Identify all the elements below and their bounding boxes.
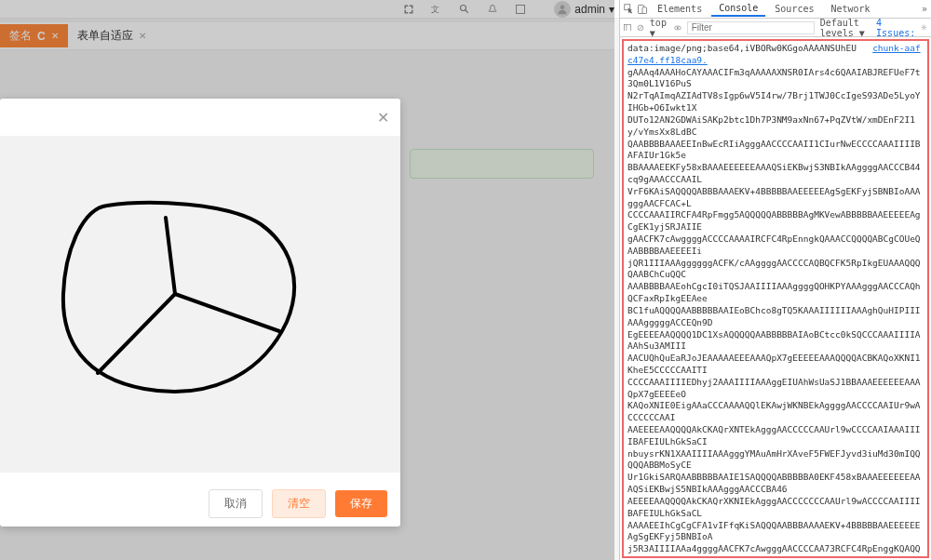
- signature-drawing: [56, 192, 307, 406]
- modal-footer: 取消 清空 保存: [0, 480, 400, 527]
- devtools-tabs: Elements Console Sources Network »: [620, 0, 931, 19]
- clear-button[interactable]: 清空: [272, 489, 326, 518]
- tab-console[interactable]: Console: [711, 1, 765, 17]
- inspect-icon[interactable]: [624, 4, 635, 15]
- console-line: CCCCAAAIIIIEDhyj2AAAIIIIAAAggEIUAhWsUaSJ…: [627, 377, 924, 401]
- signature-canvas[interactable]: [0, 136, 400, 473]
- log-levels-selector[interactable]: Default levels ▼: [820, 18, 870, 38]
- issues-link[interactable]: 4 Issues:: [876, 18, 915, 38]
- console-toolbar: top ▼ Default levels ▼ 4 Issues:: [620, 19, 931, 37]
- console-line: j5R3AIIIIAAa4ggggAACFK7cAwgggAACCCCAA73R…: [627, 543, 924, 558]
- svg-rect-8: [625, 24, 631, 31]
- settings-gear-icon[interactable]: [921, 22, 927, 33]
- svg-rect-7: [642, 7, 647, 13]
- more-tabs-icon[interactable]: »: [922, 4, 927, 14]
- console-line: data:image/png;base64,iVBORw0KGgoAAAANSU…: [627, 43, 924, 67]
- svg-line-11: [639, 26, 641, 29]
- console-line: N2rTqAImqAZIAdTV8sIgp6wV5I4rw/7Brj1TWJ0C…: [627, 90, 924, 114]
- console-line: AAAAEEIhCgCgCFA1vIFfqKiSAQQQAABBBAAAAEKV…: [627, 520, 924, 544]
- context-selector[interactable]: top ▼: [650, 18, 668, 38]
- svg-point-13: [677, 27, 679, 29]
- console-line: AAABBBBAAEohCgcI0iTQSJAAIIIIAAAggggQOHKP…: [627, 281, 924, 305]
- eye-icon[interactable]: [674, 22, 681, 33]
- tab-sources[interactable]: Sources: [767, 2, 821, 16]
- console-line: KAQoXNIE0EigAAaCCCAAAAQQlEKAwjWKNBEkAggg…: [627, 400, 924, 424]
- close-icon[interactable]: ✕: [377, 109, 389, 127]
- console-line: EgEEEEAAQQQQ1DC1XsAQQQQQAABBBBBAIAoBCtcc…: [627, 329, 924, 353]
- tab-network[interactable]: Network: [823, 2, 877, 16]
- filter-input[interactable]: [687, 21, 815, 34]
- signature-modal: ✕ 取消 清空 保存: [0, 99, 400, 527]
- devtools-panel: Elements Console Sources Network » top ▼…: [619, 0, 931, 560]
- console-line: nbuysrKN1XAAIIIIAAAgggYMAuAmHrXAveF5FWEF…: [627, 448, 924, 473]
- cancel-button[interactable]: 取消: [209, 489, 263, 518]
- console-line: VrF6KAiSAQQQQABBBAAAEKV+4BBBBBAAEEEEEAgS…: [627, 186, 924, 210]
- console-line: gAAAq4AAAHoCAYAAACIFm3qAAAAAXNSR0IArs4c6…: [627, 67, 924, 91]
- console-line: QAABBBBAAAEEInBwEcRIiAgggAACCCCAAII1CIur…: [627, 139, 924, 163]
- tab-elements[interactable]: Elements: [650, 2, 709, 16]
- clear-console-icon[interactable]: [637, 22, 644, 33]
- console-output[interactable]: data:image/png;base64,iVBORw0KGgoAAAANSU…: [622, 39, 929, 558]
- save-button[interactable]: 保存: [335, 490, 387, 517]
- console-line: AAEEEEAAQQQQAkCKAQrXNTEkAgggAACCCCCAAUrl…: [627, 424, 924, 448]
- console-line: AEEEEAAQQQQAkCKAQrXKNIEkAgggAACCCCCCCAAU…: [627, 496, 924, 520]
- modal-header: ✕: [0, 99, 400, 136]
- device-icon[interactable]: [637, 4, 648, 15]
- console-line: jQR1IIIAAAggggggACFK/cAAggggAACCCCAQBQCF…: [627, 258, 924, 282]
- svg-point-14: [924, 27, 925, 29]
- console-line: BC1fuAQQQQAABBBBBAAIEoBChco8gTQ5KAAAIIII…: [627, 305, 924, 329]
- console-line: Ur1GkiSARQAABBBBBAAIE1SAQQQQABBBBBA0EKF4…: [627, 472, 924, 496]
- console-line: AACUQhQuEaRJoJEAAAAAEEEAAAQpX7gEEEEEAAAQ…: [627, 353, 924, 377]
- sidebar-toggle-icon[interactable]: [624, 22, 631, 33]
- console-line: BBAAAAEEKFy58xBAAAEEEEEEAAAQSiEKBwjS3NBI…: [627, 162, 924, 186]
- console-line: DUTo12AN2GDWAiSAKp2btc1Dh7P3NM9axNn67+Pq…: [627, 114, 924, 139]
- console-line: gAACFK7cAwggggACCCCAAAAIRCFC4RpEnngkQAAA…: [627, 233, 924, 258]
- console-line: CCCCAAAIIRCFA4RpFmgg5AQQQQQABBBBBAgMKVew…: [627, 209, 924, 233]
